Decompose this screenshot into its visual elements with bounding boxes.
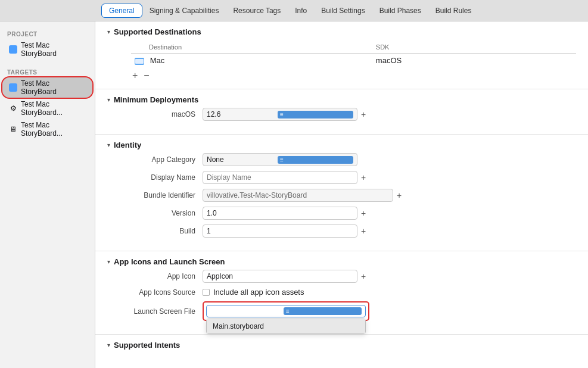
macos-version-value: 12.6: [207, 110, 278, 118]
app-icons-form: App Icon + App Icons Source Include all …: [95, 270, 588, 334]
app-category-value: None: [207, 155, 278, 164]
target-1-label: Test Mac StoryBoard...: [21, 100, 86, 117]
app-category-label: App Category: [107, 155, 203, 164]
sidebar-item-target-1[interactable]: ⚙ Test Mac StoryBoard...: [2, 98, 92, 118]
app-icons-source-checkbox-row: Include all app icon assets: [203, 288, 304, 297]
targets-section-label: TARGETS: [0, 66, 95, 77]
sdk-macos: macOS: [376, 54, 576, 68]
display-name-add-button[interactable]: +: [361, 173, 366, 182]
main-layout: PROJECT Test Mac StoryBoard TARGETS Test…: [0, 21, 588, 368]
chevron-down-icon: ▾: [107, 142, 110, 148]
section-supported-intents: ▾ Supported Intents: [95, 335, 588, 353]
bundle-identifier-row: Bundle Identifier +: [107, 189, 576, 202]
project-label: Test Mac StoryBoard: [21, 41, 86, 58]
select-arrow-icon: ≡: [278, 156, 353, 164]
bundle-identifier-label: Bundle Identifier: [107, 191, 203, 199]
target-1-icon: ⚙: [8, 104, 18, 113]
tab-signing[interactable]: Signing & Capabilities: [142, 4, 226, 17]
app-icon-label: App Icon: [107, 272, 203, 280]
project-section-label: PROJECT: [0, 27, 95, 39]
launch-screen-dropdown: Main.storyboard: [206, 319, 366, 334]
display-name-input[interactable]: [203, 171, 357, 184]
sidebar-item-project[interactable]: Test Mac StoryBoard: [2, 39, 92, 60]
display-name-label: Display Name: [107, 173, 203, 182]
supported-destinations-title: Supported Destinations: [114, 27, 201, 36]
content-area: ▾ Supported Destinations Destination SDK: [95, 21, 588, 368]
tab-bar: General Signing & Capabilities Resource …: [0, 0, 588, 21]
target-2-icon: 🖥: [8, 124, 18, 134]
app-icons-source-label: App Icons Source: [107, 288, 203, 297]
section-supported-destinations: ▾ Supported Destinations Destination SDK: [95, 21, 588, 89]
bundle-identifier-input[interactable]: [203, 189, 393, 202]
launch-screen-label: Launch Screen File: [107, 307, 203, 316]
select-arrow-icon: ≡: [278, 111, 353, 118]
sidebar: PROJECT Test Mac StoryBoard TARGETS Test…: [0, 21, 95, 368]
section-identity-header[interactable]: ▾ Identity: [95, 135, 588, 153]
tab-info[interactable]: Info: [288, 4, 314, 17]
chevron-down-icon: ▾: [107, 342, 110, 348]
add-destination-button[interactable]: +: [131, 71, 139, 80]
launch-screen-select[interactable]: ≡: [206, 305, 366, 317]
macos-deployment-row: macOS 12.6 ≡ +: [107, 108, 576, 121]
table-row: Mac macOS: [131, 54, 576, 68]
col-destination: Destination: [131, 42, 376, 54]
chevron-down-icon: ▾: [107, 96, 110, 103]
dropdown-item-main-storyboard[interactable]: Main.storyboard: [207, 319, 365, 333]
sidebar-item-target-2[interactable]: 🖥 Test Mac StoryBoard...: [2, 119, 92, 139]
tab-general[interactable]: General: [101, 4, 142, 18]
project-icon: [8, 45, 18, 54]
macos-label: macOS: [107, 110, 203, 118]
identity-title: Identity: [114, 141, 141, 149]
add-remove-row: + −: [131, 71, 576, 80]
version-input[interactable]: [203, 207, 357, 220]
remove-destination-button[interactable]: −: [142, 71, 150, 80]
version-add-button[interactable]: +: [361, 208, 366, 218]
tab-build-rules[interactable]: Build Rules: [428, 4, 479, 17]
checkbox-icon[interactable]: [203, 289, 210, 296]
minimum-deployments-title: Minimum Deployments: [114, 95, 198, 104]
app-icon-row: App Icon +: [107, 270, 576, 283]
macos-version-select[interactable]: 12.6 ≡: [203, 108, 357, 121]
build-label: Build: [107, 227, 203, 235]
app-icons-source-row: App Icons Source Include all app icon as…: [107, 288, 576, 297]
section-app-icons: ▾ App Icons and Launch Screen App Icon +…: [95, 251, 588, 334]
select-dropdown-icon: ≡: [284, 307, 362, 315]
target-2-label: Test Mac StoryBoard...: [21, 121, 86, 138]
display-name-row: Display Name +: [107, 171, 576, 184]
app-icon-add-button[interactable]: +: [361, 272, 366, 281]
section-supported-intents-header[interactable]: ▾ Supported Intents: [95, 335, 588, 353]
chevron-down-icon: ▾: [107, 29, 110, 35]
app-icons-title: App Icons and Launch Screen: [114, 257, 225, 266]
section-min-dep-header[interactable]: ▾ Minimum Deployments: [95, 89, 588, 108]
build-input[interactable]: [203, 224, 357, 238]
min-dep-add-button[interactable]: +: [361, 110, 366, 119]
identity-form: App Category None ≡ Display Name +: [95, 153, 588, 251]
build-row: Build +: [107, 224, 576, 238]
destinations-table: Destination SDK Mac macOS: [131, 42, 576, 67]
section-supported-destinations-header[interactable]: ▾ Supported Destinations: [95, 21, 588, 40]
version-label: Version: [107, 209, 203, 217]
app-category-row: App Category None ≡: [107, 153, 576, 166]
target-0-icon: [8, 83, 18, 92]
app-category-select[interactable]: None ≡: [203, 153, 357, 166]
tab-build-settings[interactable]: Build Settings: [314, 4, 372, 17]
mac-icon: [135, 58, 144, 65]
section-identity: ▾ Identity App Category None ≡ Display: [95, 135, 588, 251]
chevron-down-icon: ▾: [107, 258, 110, 265]
tab-resource-tags[interactable]: Resource Tags: [226, 4, 288, 17]
launch-screen-wrapper: ≡ Main.storyboard: [206, 305, 366, 317]
app-icon-input[interactable]: [203, 270, 357, 283]
launch-screen-row: Launch Screen File ≡ Main.storyboard: [107, 301, 576, 321]
section-minimum-deployments: ▾ Minimum Deployments macOS 12.6 ≡ +: [95, 89, 588, 134]
build-add-button[interactable]: +: [361, 226, 366, 236]
section-app-icons-header[interactable]: ▾ App Icons and Launch Screen: [95, 251, 588, 270]
app-icons-source-text: Include all app icon assets: [213, 288, 304, 297]
supported-intents-title: Supported Intents: [114, 341, 180, 350]
target-0-label: Test Mac StoryBoard: [21, 79, 86, 96]
sidebar-item-target-0[interactable]: Test Mac StoryBoard: [2, 77, 92, 98]
col-sdk: SDK: [376, 42, 576, 54]
launch-screen-highlight-box: ≡ Main.storyboard: [203, 301, 369, 321]
bundle-identifier-add-button[interactable]: +: [397, 191, 402, 200]
destination-mac: Mac: [150, 56, 165, 65]
tab-build-phases[interactable]: Build Phases: [372, 4, 428, 17]
